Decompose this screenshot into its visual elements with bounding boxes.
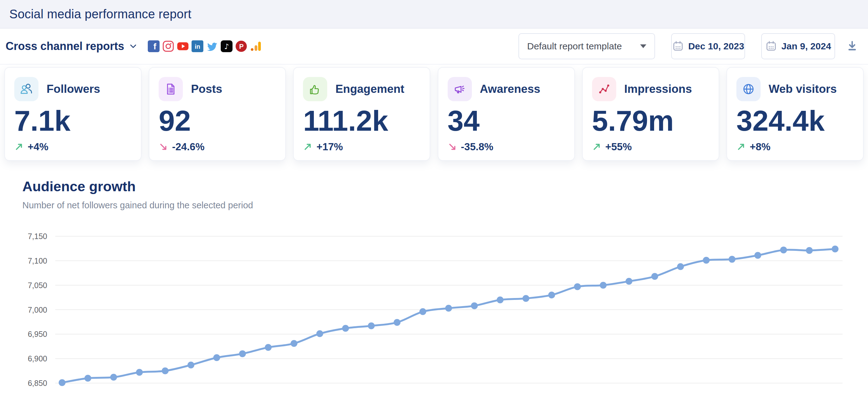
data-point[interactable]: Jan 4: 7101 [703,257,710,264]
data-point[interactable]: Dec 15: 6887 [187,362,194,368]
data-point[interactable]: Jan 1: 7058 [625,278,632,285]
data-point[interactable]: Dec 13: 6872 [136,369,143,376]
trend-up-icon [592,142,601,152]
data-point[interactable]: Dec 10: 6851 [59,379,65,386]
toolbar: Cross channel reports fin♪P Default repo… [0,29,868,65]
kpi-value: 324.4k [736,104,825,137]
y-tick-label: 6,950 [28,330,47,338]
data-point[interactable]: Jan 9: 7124 [832,246,838,252]
kpi-card-posts: Posts92-24.6% [149,67,286,161]
chevron-down-icon [128,41,138,51]
chart-subtitle: Number of net followers gained during th… [22,200,253,211]
template-select[interactable]: Default report template [519,33,655,59]
app: Social media performance report Cross ch… [0,0,868,398]
y-tick-label: 6,900 [28,354,47,363]
google-analytics-icon[interactable] [250,40,262,52]
posts-icon [159,77,183,101]
kpi-change-value: +17% [316,141,343,153]
data-point[interactable]: Dec 29: 7030 [548,292,555,298]
kpi-change: +17% [303,141,343,153]
kpi-label: Engagement [335,77,404,101]
data-point[interactable]: Jan 5: 7103 [728,256,736,263]
trend-down-icon [159,142,168,152]
svg-text:f: f [153,41,156,51]
kpi-card-web-visitors: Web visitors324.4k+8% [726,67,864,161]
data-point[interactable]: Dec 30: 7047 [574,283,581,290]
data-point[interactable]: Dec 11: 6860 [85,375,91,381]
linkedin-icon[interactable]: in [191,40,203,52]
download-button[interactable] [845,39,859,53]
data-point[interactable]: Jan 6: 7111 [754,252,761,258]
data-point[interactable]: Dec 12: 6862 [110,374,117,380]
data-point[interactable]: Dec 27: 7020 [497,297,503,303]
tiktok-icon[interactable]: ♪ [221,40,232,52]
audience-growth-chart[interactable]: 6,8506,9006,9507,0007,0507,1007,150Dec 1… [0,217,868,398]
data-point[interactable]: Dec 17: 6910 [239,350,246,357]
data-point[interactable]: Jan 8: 7121 [806,247,813,254]
page-header: Social media performance report [0,0,868,29]
pinterest-icon[interactable]: P [235,40,247,52]
data-point[interactable]: Dec 19: 6931 [290,340,298,347]
data-point[interactable]: Dec 26: 7008 [471,302,478,309]
data-point[interactable]: Dec 14: 6875 [162,368,168,374]
data-point[interactable]: Dec 21: 6962 [342,325,349,332]
kpi-value: 7.1k [14,104,70,137]
svg-text:in: in [195,43,200,50]
start-date-button[interactable]: Dec 10, 2023 [671,33,745,59]
end-date-label: Jan 9, 2024 [781,41,831,52]
data-point[interactable]: Jan 3: 7088 [677,263,684,270]
data-point[interactable]: Dec 24: 6996 [420,308,426,315]
y-tick-label: 7,000 [28,305,47,314]
kpi-change-value: -24.6% [172,141,205,153]
trend-up-icon [736,142,746,152]
awareness-icon [448,77,472,101]
kpi-cards: Followers7.1k+4%Posts92-24.6%Engagement1… [4,67,864,161]
download-icon [845,39,859,53]
svg-text:♪: ♪ [224,42,229,51]
template-select-value: Default report template [527,41,622,52]
y-tick-label: 7,150 [28,232,47,241]
twitter-icon[interactable] [206,40,218,52]
start-date-label: Dec 10, 2023 [688,41,744,52]
page-title: Social media performance report [9,7,191,21]
facebook-icon[interactable]: f [148,40,160,52]
data-point[interactable]: Dec 18: 6923 [265,344,272,351]
data-point[interactable]: Dec 25: 7003 [445,305,452,312]
followers-icon [14,77,38,101]
trend-up-icon [303,142,312,152]
kpi-label: Posts [191,77,222,101]
kpi-change: +8% [736,141,771,153]
kpi-card-engagement: Engagement111.2k+17% [293,67,430,161]
data-point[interactable]: Jan 2: 7068 [651,273,658,280]
trend-up-icon [14,142,24,152]
svg-text:P: P [239,42,244,50]
engagement-icon [303,77,327,101]
report-type-label: Cross channel reports [6,40,124,53]
data-point[interactable]: Jan 7: 7122 [780,246,787,253]
kpi-value: 92 [159,104,191,137]
youtube-icon[interactable] [177,40,189,52]
instagram-icon[interactable] [162,40,174,52]
kpi-change: -35.8% [448,141,494,153]
data-point[interactable]: Dec 16: 6902 [213,354,220,361]
y-tick-label: 7,100 [28,256,47,265]
data-point[interactable]: Dec 22: 6967 [368,323,375,329]
kpi-value: 111.2k [303,104,388,137]
kpi-label: Web visitors [769,77,837,101]
audience-growth-line [62,249,835,382]
data-point[interactable]: Dec 28: 7023 [523,295,529,302]
end-date-button[interactable]: Jan 9, 2024 [761,33,835,59]
channel-icons: fin♪P [148,40,262,52]
kpi-change-value: +4% [28,141,49,153]
line-chart-svg: 6,8506,9006,9507,0007,0507,1007,150Dec 1… [0,217,868,398]
data-point[interactable]: Dec 20: 6951 [316,330,323,337]
chart-title: Audience growth [22,179,136,195]
report-type-dropdown[interactable]: Cross channel reports [6,40,138,53]
kpi-card-followers: Followers7.1k+4% [4,67,142,161]
kpi-value: 34 [448,104,479,137]
data-point[interactable]: Dec 23: 6974 [394,319,400,326]
data-point[interactable]: Dec 31: 7050 [600,282,607,289]
kpi-label: Impressions [624,77,692,101]
kpi-change: +4% [14,141,49,153]
kpi-change-value: +55% [606,141,632,153]
